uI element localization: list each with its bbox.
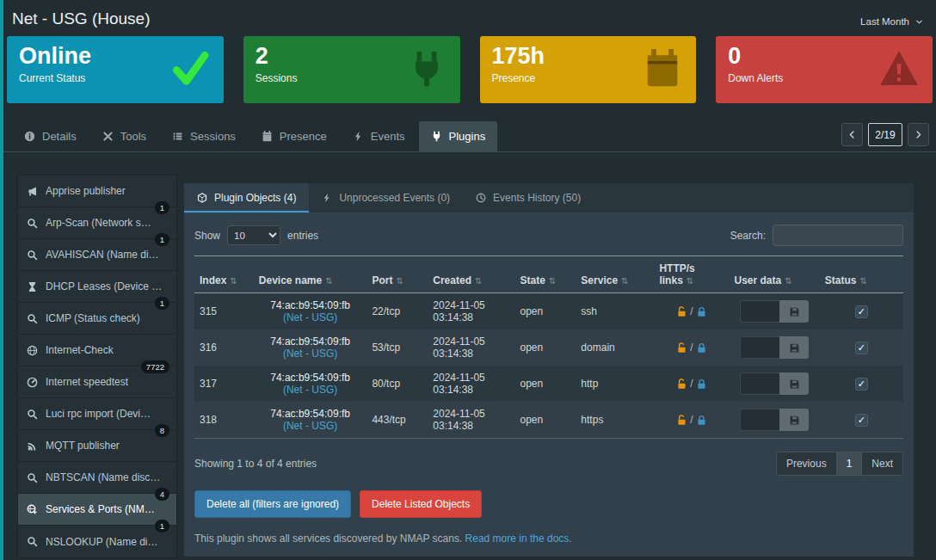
column-device-name[interactable]: Device name⇅ <box>254 256 367 293</box>
docs-link[interactable]: Read more in the docs. <box>465 532 572 545</box>
tab-tools[interactable]: Tools <box>90 121 158 151</box>
sidebar-item-services-ports-nm[interactable]: Services & Ports (NM…4 <box>18 494 176 526</box>
delete-all-button[interactable]: Delete all (filters are ignored) <box>194 490 351 518</box>
sidebar-item-apprise-publisher[interactable]: Apprise publisher <box>18 175 176 207</box>
device-link[interactable]: (Net - USG) <box>259 348 362 360</box>
plugin-tab-events-history-50[interactable]: Events History (50) <box>463 183 594 212</box>
lock-icon <box>696 415 707 426</box>
page-title: Net - USG (House) <box>12 9 150 28</box>
delete-listed-button[interactable]: Delete Listed Objects <box>360 490 482 518</box>
https-link[interactable] <box>696 342 707 354</box>
tab-plugins[interactable]: Plugins <box>419 121 498 151</box>
tab-sessions[interactable]: Sessions <box>160 121 248 151</box>
sidebar-item-internet-speedtest[interactable]: Internet speedtest7722 <box>18 366 176 398</box>
count-badge: 7722 <box>141 360 169 373</box>
status-card-presence: 175hPresence <box>480 36 697 103</box>
http-link[interactable] <box>676 342 687 354</box>
https-link[interactable] <box>696 305 707 317</box>
pager-next-button[interactable] <box>908 123 929 146</box>
period-selector[interactable]: Last Month <box>860 16 924 27</box>
show-label: Show <box>194 230 220 242</box>
caret-down-icon <box>914 17 924 27</box>
sidebar-item-nslookup-name-di[interactable]: NSLOOKUP (Name di…1 <box>18 526 176 557</box>
sidebar-item-luci-rpc-import-devi[interactable]: Luci rpc import (Devi… <box>18 398 176 430</box>
column-user-data[interactable]: User data⇅ <box>730 256 820 293</box>
search-input[interactable] <box>773 225 903 246</box>
status-checkbox[interactable]: ✓ <box>855 342 868 354</box>
showing-info: Showing 1 to 4 of 4 entries <box>194 458 317 470</box>
tab-presence[interactable]: Presence <box>249 121 339 151</box>
tab-label: Details <box>42 130 77 143</box>
page-size-select[interactable]: 10 <box>227 225 280 245</box>
floppy-icon <box>789 306 800 317</box>
user-data-input[interactable] <box>740 300 779 323</box>
page-button-1[interactable]: 1 <box>836 452 863 476</box>
search-icon <box>27 313 38 324</box>
content: Apprise publisherArp-Scan (Network s…1AV… <box>17 175 914 558</box>
page-button-previous[interactable]: Previous <box>776 452 837 476</box>
sort-icon: ⇅ <box>475 276 482 286</box>
sidebar-item-label: NSLOOKUP (Name di… <box>46 536 157 548</box>
https-link[interactable] <box>696 414 707 426</box>
plugin-tab-plugin-objects-4[interactable]: Plugin Objects (4) <box>184 183 309 212</box>
plugin-sidebar: Apprise publisherArp-Scan (Network s…1AV… <box>17 175 177 558</box>
save-button[interactable] <box>779 372 809 395</box>
save-button[interactable] <box>779 300 809 323</box>
column-index[interactable]: Index⇅ <box>194 256 254 293</box>
user-data-input[interactable] <box>740 409 779 431</box>
user-data-input[interactable] <box>740 336 779 359</box>
table-row: 31574:ac:b9:54:09:fb(Net - USG)22/tcp202… <box>194 293 903 330</box>
column-service[interactable]: Service⇅ <box>576 256 654 293</box>
column-status[interactable]: Status⇅ <box>820 256 903 293</box>
page-button-next[interactable]: Next <box>861 452 903 476</box>
device-link[interactable]: (Net - USG) <box>259 420 362 432</box>
unlock-icon <box>676 306 687 317</box>
sidebar-item-dhcp-leases-device[interactable]: DHCP Leases (Device … <box>18 271 176 303</box>
save-button[interactable] <box>779 336 809 359</box>
sidebar-item-nbtscan-name-disc[interactable]: NBTSCAN (Name disc… <box>18 462 176 494</box>
sidebar-item-label: MQTT publisher <box>46 440 120 452</box>
column-created[interactable]: Created⇅ <box>428 256 514 293</box>
cube-icon <box>197 193 207 203</box>
tab-events[interactable]: Events <box>341 121 417 151</box>
http-link[interactable] <box>676 414 687 426</box>
pager-prev-button[interactable] <box>841 123 863 146</box>
lock-icon <box>696 342 707 354</box>
tools-icon <box>102 131 114 142</box>
sort-icon: ⇅ <box>621 276 628 286</box>
cell-created: 2024-11-0503:14:38 <box>428 402 514 439</box>
note-text: This plugin shows all services discovere… <box>194 532 462 545</box>
pager-position: 2/19 <box>868 123 902 146</box>
device-link[interactable]: (Net - USG) <box>259 311 362 323</box>
column-label: Service <box>581 274 618 286</box>
cell-status: ✓ <box>820 329 903 366</box>
https-link[interactable] <box>696 378 707 390</box>
cell-status: ✓ <box>820 293 903 330</box>
sidebar-item-icmp-status-check[interactable]: ICMP (Status check)1 <box>18 303 176 335</box>
cell-user-data <box>730 329 820 366</box>
device-link[interactable]: (Net - USG) <box>259 384 362 396</box>
column-http-s-links[interactable]: HTTP/s links⇅ <box>654 256 729 293</box>
cell-status: ✓ <box>820 402 903 439</box>
sidebar-item-arp-scan-network-s[interactable]: Arp-Scan (Network s…1 <box>18 207 176 239</box>
status-checkbox[interactable]: ✓ <box>855 378 868 391</box>
table-row: 31674:ac:b9:54:09:fb(Net - USG)53/tcp202… <box>194 329 903 366</box>
floppy-icon <box>789 378 800 390</box>
status-checkbox[interactable]: ✓ <box>855 305 868 318</box>
user-data-input[interactable] <box>740 372 779 395</box>
http-link[interactable] <box>676 305 687 317</box>
column-state[interactable]: State⇅ <box>515 256 576 293</box>
table-controls: Show 10 entries Search: <box>184 213 914 250</box>
bulk-actions: Delete all (filters are ignored) Delete … <box>184 476 914 518</box>
tab-details[interactable]: Details <box>12 121 89 151</box>
cell-user-data <box>730 366 820 402</box>
save-button[interactable] <box>779 409 809 431</box>
status-checkbox[interactable]: ✓ <box>855 414 868 427</box>
bolt-icon <box>353 131 364 142</box>
cell-index: 315 <box>194 293 254 330</box>
column-port[interactable]: Port⇅ <box>366 256 428 293</box>
plugin-tab-unprocessed-events-0[interactable]: Unprocessed Events (0) <box>309 183 463 212</box>
sidebar-item-avahiscan-name-di[interactable]: AVAHISCAN (Name di…1 <box>18 239 176 271</box>
http-link[interactable] <box>676 378 687 390</box>
sidebar-item-mqtt-publisher[interactable]: MQTT publisher8 <box>18 430 176 462</box>
